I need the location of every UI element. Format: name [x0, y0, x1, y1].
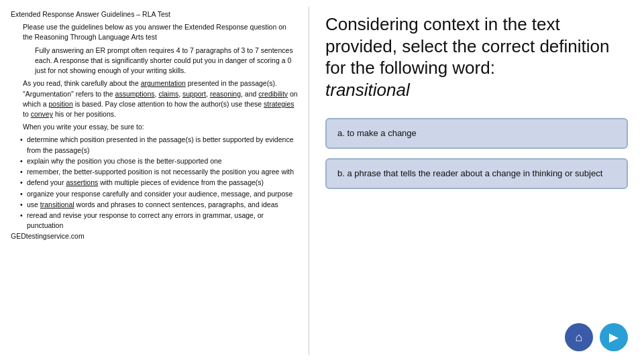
right-panel: Considering context in the text provided…: [309, 0, 644, 362]
question-text: Considering context in the text provided…: [325, 14, 609, 78]
guideline-line4: When you write your essay, be sure to:: [11, 122, 298, 132]
question-word: transitional: [325, 80, 410, 100]
question-title: Considering context in the text provided…: [325, 13, 628, 101]
bullet-list: determine which position presented in th…: [11, 135, 298, 231]
home-icon: ⌂: [576, 330, 583, 345]
bullet-item: remember, the better-supported position …: [20, 167, 298, 177]
answer-option-a[interactable]: a. to make a change: [325, 118, 628, 149]
next-icon: ▶: [609, 330, 619, 345]
home-button[interactable]: ⌂: [565, 323, 593, 351]
bullet-item: reread and revise your response to corre…: [20, 210, 298, 231]
bullet-item: use transitional words and phrases to co…: [20, 200, 298, 210]
guidelines-title: Extended Response Answer Guidelines – RL…: [11, 9, 298, 19]
bottom-nav: ⌂ ▶: [325, 323, 628, 351]
bullet-item: organize your response carefully and con…: [20, 189, 298, 199]
left-panel: Extended Response Answer Guidelines – RL…: [0, 0, 309, 362]
answer-option-b[interactable]: b. a phrase that tells the reader about …: [325, 158, 628, 189]
answers-area: a. to make a change b. a phrase that tel…: [325, 118, 628, 315]
bullet-item: determine which position presented in th…: [20, 135, 298, 155]
footer-text: GEDtestingservice.com: [11, 231, 298, 241]
bullet-item: defend your assertions with multiple pie…: [20, 178, 298, 188]
guideline-line3: As you read, think carefully about the a…: [11, 78, 298, 119]
bullet-item: explain why the position you chose is th…: [20, 156, 298, 166]
next-button[interactable]: ▶: [600, 323, 628, 351]
guideline-line1: Please use the guidelines below as you a…: [11, 22, 298, 42]
guideline-line2: Fully answering an ER prompt often requi…: [11, 46, 298, 76]
